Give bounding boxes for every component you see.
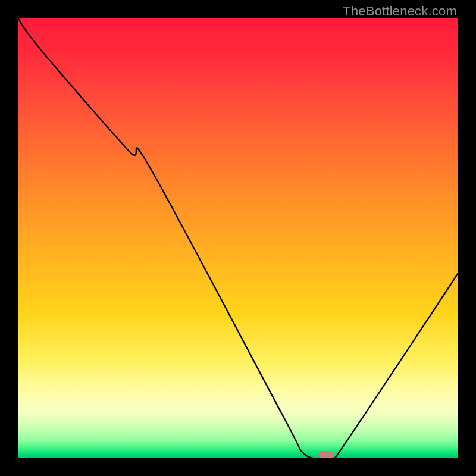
curve-path bbox=[18, 18, 458, 458]
watermark-text: TheBottleneck.com bbox=[343, 4, 457, 19]
optimum-marker bbox=[318, 451, 334, 458]
plot-area bbox=[18, 18, 458, 458]
chart-frame: TheBottleneck.com bbox=[0, 0, 476, 476]
bottleneck-curve bbox=[18, 18, 458, 458]
